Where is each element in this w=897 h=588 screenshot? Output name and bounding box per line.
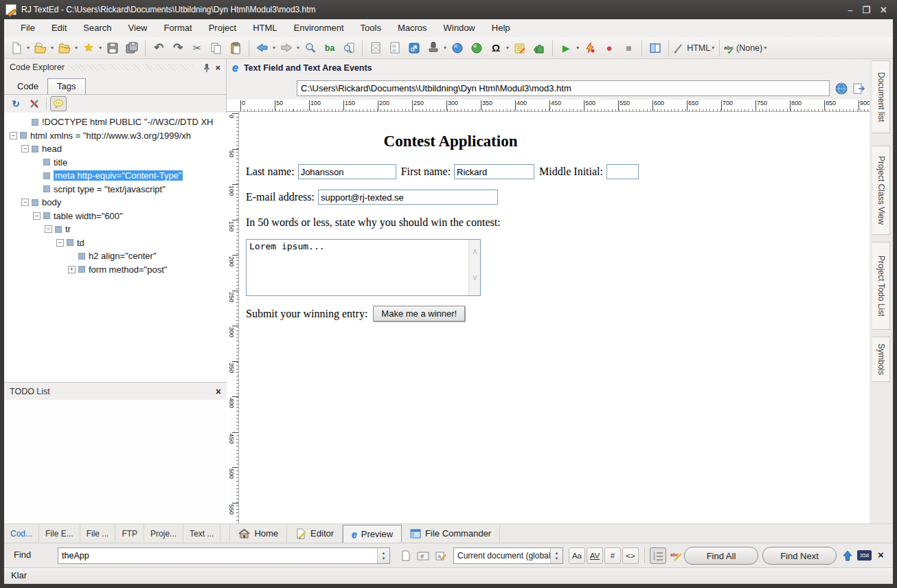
tree-node[interactable]: −head [4,142,227,156]
tree-node[interactable]: −tr [4,223,227,236]
close-panel-icon[interactable]: × [215,63,220,73]
tools-button[interactable] [26,96,43,111]
undo-button[interactable]: ↶ [150,39,168,57]
menu-environment[interactable]: Environment [286,19,352,37]
find-next-button[interactable]: Find Next [762,547,837,565]
menu-file[interactable]: File [12,19,43,37]
menu-format[interactable]: Format [156,19,201,37]
dock-tab-2[interactable]: File ... [80,524,116,543]
menu-tools[interactable]: Tools [352,19,389,37]
middle-initial-input[interactable] [606,164,639,179]
dock-tab-4[interactable]: Proje... [144,524,183,543]
stamp-button[interactable] [424,39,442,57]
find-previous-button[interactable] [839,547,856,564]
navigate-forward-dropdown[interactable]: ▾ [297,45,299,51]
new-file-button[interactable] [8,39,25,57]
tree-node[interactable]: −table width="600" [4,210,227,223]
whole-word-toggle[interactable]: AV [587,547,603,564]
copy-button[interactable] [207,39,225,57]
collapse-icon[interactable]: − [10,132,17,139]
new-search-button[interactable] [397,547,413,564]
stamp-dropdown[interactable]: ▾ [444,45,446,51]
tab-project-todo-list[interactable]: Project Todo List [872,242,890,330]
tab-editor[interactable]: Editor [287,524,343,543]
favorites-dropdown[interactable]: ▾ [99,45,102,51]
highlight-all-toggle[interactable]: abc [668,547,684,564]
open-external-icon[interactable] [852,81,867,96]
dock-tab-0[interactable]: Cod... [4,524,39,543]
run-button[interactable]: ▶ [557,39,575,57]
tab-document-list[interactable]: Document list [872,60,890,133]
tab-preview[interactable]: e Preview [343,525,402,543]
snippets-button[interactable] [511,39,529,57]
tab-project-class-view[interactable]: Project Class View [872,146,890,235]
tree-node[interactable]: −title [4,156,227,170]
html-mode-dropdown[interactable]: ▾ [712,45,714,51]
tab-symbols[interactable]: Symbols [872,337,890,382]
special-characters-dropdown[interactable]: ▾ [506,45,509,51]
line-numbers-button[interactable]: 0110 [386,39,404,57]
tab-tags[interactable]: Tags [47,78,85,94]
search-scope-select[interactable]: Current document (global) ▲▼ [453,547,563,564]
tree-node[interactable]: −body [4,196,227,210]
save-all-button[interactable] [123,39,141,57]
scroll-up-icon[interactable]: ∧ [469,247,481,257]
open-folder-button[interactable] [56,39,73,57]
menu-view[interactable]: View [120,19,156,37]
find-button[interactable] [302,39,319,57]
find-input[interactable] [58,548,374,563]
regex-toggle[interactable]: # [604,547,621,564]
record-macro-button[interactable]: ● [600,39,618,57]
paste-button[interactable] [227,39,245,57]
tree-node[interactable]: +form method="post" [4,263,227,277]
spellcheck-dropdown[interactable]: ▾ [764,45,767,51]
split-view-button[interactable] [646,39,664,57]
navigate-back-button[interactable] [253,39,271,57]
menu-edit[interactable]: Edit [43,19,75,37]
ftp-download-button[interactable] [449,39,466,57]
special-characters-button[interactable]: Ω [487,39,505,57]
find-all-button[interactable]: Find All [684,547,758,565]
dock-tab-3[interactable]: FTP [115,524,144,543]
menu-html[interactable]: HTML [245,19,285,37]
dock-tab-1[interactable]: File E... [39,524,80,543]
tab-home[interactable]: Home [230,524,287,543]
list-results-toggle[interactable]: 123 [650,547,666,564]
menu-project[interactable]: Project [201,19,245,37]
run-script-button[interactable] [581,39,599,57]
validate-document-button[interactable] [367,39,385,57]
new-file-dropdown[interactable]: ▾ [27,45,30,51]
open-folder-dropdown[interactable]: ▾ [75,45,78,51]
collapse-icon[interactable]: − [56,239,64,247]
panel-grip[interactable] [70,64,194,71]
textarea-scrollbar[interactable]: ∧ ∨ [468,240,480,295]
tree-node[interactable]: −meta http-equiv="Content-Type" [4,169,227,183]
open-file-button[interactable] [32,39,49,57]
tags-toggle[interactable]: <> [622,547,639,564]
stop-button[interactable]: ■ [620,39,637,57]
browse-globe-icon[interactable] [834,81,849,96]
tree-node[interactable]: −h2 align="center" [4,249,227,263]
tab-file-commander[interactable]: File Commander [402,524,500,543]
menu-search[interactable]: Search [75,19,120,37]
redo-button[interactable]: ↷ [169,39,187,57]
menu-window[interactable]: Window [435,19,484,37]
tree-node[interactable]: −td [4,236,227,250]
address-bar[interactable] [297,80,830,96]
open-file-dropdown[interactable]: ▾ [51,45,54,51]
tree-node[interactable]: −script type = "text/javascript" [4,183,227,196]
menu-macros[interactable]: Macros [389,19,435,37]
find-in-files-button[interactable] [340,39,358,57]
essay-textarea[interactable]: Lorem ipsum... [247,240,469,295]
tree-node[interactable]: −html xmlns = "http://www.w3.org/1999/xh [4,129,227,143]
navigate-forward-button[interactable] [277,39,295,57]
plugins-button[interactable] [530,39,548,57]
collapse-icon[interactable]: − [21,145,29,152]
close-button[interactable]: ✕ [880,5,887,14]
match-case-toggle[interactable]: Aa [569,547,585,564]
run-dropdown[interactable]: ▾ [576,45,579,51]
collapse-icon[interactable]: − [33,212,41,220]
dock-tab-5[interactable]: Text ... [183,524,220,543]
email-input[interactable] [318,190,498,205]
ftp-upload-button[interactable] [468,39,486,57]
